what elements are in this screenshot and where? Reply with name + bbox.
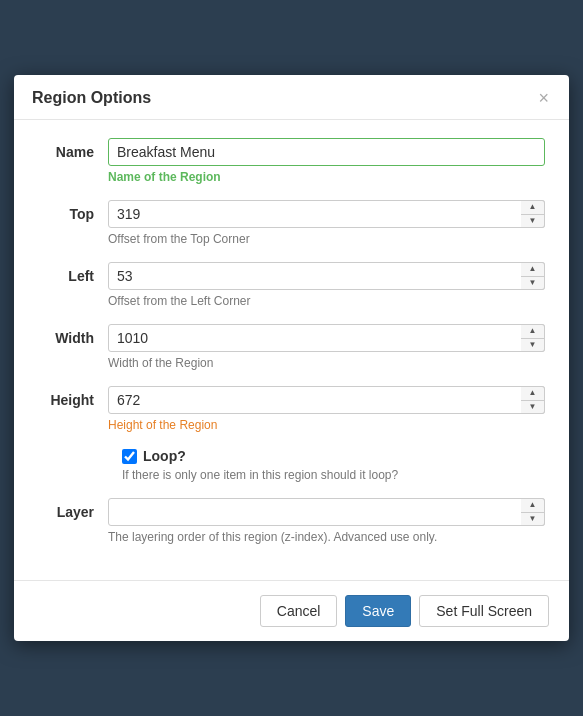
loop-hint: If there is only one item in this region…: [122, 468, 545, 482]
left-input-wrapper: ▲ ▼: [108, 262, 545, 290]
width-input[interactable]: [108, 324, 545, 352]
layer-hint: The layering order of this region (z-ind…: [108, 530, 545, 544]
loop-group: Loop? If there is only one item in this …: [38, 448, 545, 482]
top-group: Top ▲ ▼ Offset from the Top Corner: [38, 200, 545, 246]
modal-footer: Cancel Save Set Full Screen: [14, 580, 569, 641]
name-field: Name of the Region: [108, 138, 545, 184]
width-group: Width ▲ ▼ Width of the Region: [38, 324, 545, 370]
layer-group: Layer ▲ ▼ The layering order of this reg…: [38, 498, 545, 544]
left-label: Left: [38, 262, 108, 284]
close-button[interactable]: ×: [536, 89, 551, 107]
width-spinner[interactable]: ▲ ▼: [521, 324, 545, 352]
top-label: Top: [38, 200, 108, 222]
left-field: ▲ ▼ Offset from the Left Corner: [108, 262, 545, 308]
cancel-button[interactable]: Cancel: [260, 595, 338, 627]
top-field: ▲ ▼ Offset from the Top Corner: [108, 200, 545, 246]
layer-label: Layer: [38, 498, 108, 520]
top-spinner[interactable]: ▲ ▼: [521, 200, 545, 228]
width-input-wrapper: ▲ ▼: [108, 324, 545, 352]
height-group: Height ▲ ▼ Height of the Region: [38, 386, 545, 432]
width-spin-down[interactable]: ▼: [521, 339, 544, 352]
name-hint: Name of the Region: [108, 170, 545, 184]
left-input[interactable]: [108, 262, 545, 290]
left-hint: Offset from the Left Corner: [108, 294, 545, 308]
height-spin-up[interactable]: ▲: [521, 387, 544, 401]
layer-spin-down[interactable]: ▼: [521, 513, 544, 526]
set-fullscreen-button[interactable]: Set Full Screen: [419, 595, 549, 627]
height-spinner[interactable]: ▲ ▼: [521, 386, 545, 414]
left-spin-down[interactable]: ▼: [521, 277, 544, 290]
width-spin-up[interactable]: ▲: [521, 325, 544, 339]
top-spin-down[interactable]: ▼: [521, 215, 544, 228]
name-input[interactable]: [108, 138, 545, 166]
loop-label: Loop?: [143, 448, 186, 464]
height-spin-down[interactable]: ▼: [521, 401, 544, 414]
layer-spinner[interactable]: ▲ ▼: [521, 498, 545, 526]
modal-title: Region Options: [32, 89, 151, 107]
loop-checkbox[interactable]: [122, 449, 137, 464]
width-field: ▲ ▼ Width of the Region: [108, 324, 545, 370]
top-input[interactable]: [108, 200, 545, 228]
top-hint: Offset from the Top Corner: [108, 232, 545, 246]
layer-input-wrapper: ▲ ▼: [108, 498, 545, 526]
layer-input[interactable]: [108, 498, 545, 526]
height-input[interactable]: [108, 386, 545, 414]
name-input-wrapper: [108, 138, 545, 166]
name-group: Name Name of the Region: [38, 138, 545, 184]
save-button[interactable]: Save: [345, 595, 411, 627]
height-label: Height: [38, 386, 108, 408]
name-label: Name: [38, 138, 108, 160]
height-hint: Height of the Region: [108, 418, 545, 432]
left-spin-up[interactable]: ▲: [521, 263, 544, 277]
left-spinner[interactable]: ▲ ▼: [521, 262, 545, 290]
top-spin-up[interactable]: ▲: [521, 201, 544, 215]
layer-spin-up[interactable]: ▲: [521, 499, 544, 513]
modal-body: Name Name of the Region Top ▲ ▼ Offse: [14, 120, 569, 570]
left-group: Left ▲ ▼ Offset from the Left Corner: [38, 262, 545, 308]
layer-field: ▲ ▼ The layering order of this region (z…: [108, 498, 545, 544]
height-field: ▲ ▼ Height of the Region: [108, 386, 545, 432]
width-hint: Width of the Region: [108, 356, 545, 370]
region-options-modal: Region Options × Name Name of the Region…: [14, 75, 569, 641]
width-label: Width: [38, 324, 108, 346]
modal-header: Region Options ×: [14, 75, 569, 120]
top-input-wrapper: ▲ ▼: [108, 200, 545, 228]
height-input-wrapper: ▲ ▼: [108, 386, 545, 414]
loop-row: Loop?: [122, 448, 545, 464]
